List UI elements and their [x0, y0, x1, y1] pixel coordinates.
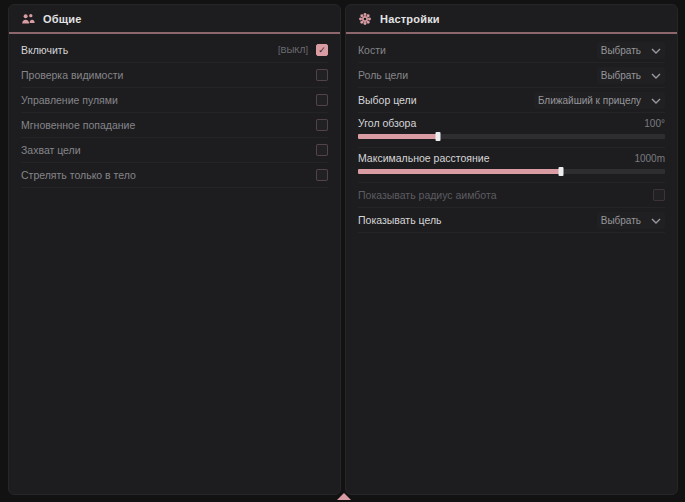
row-label: Стрелять только в тело	[21, 169, 136, 181]
check-icon: ✓	[318, 46, 326, 55]
settings-row: Управление пулями	[21, 88, 328, 113]
settings-row: Проверка видимости	[21, 63, 328, 88]
checkbox[interactable]	[316, 119, 328, 131]
row-label: Кости	[358, 44, 386, 56]
chevron-down-icon	[651, 218, 661, 224]
triangle-up-icon[interactable]	[337, 493, 351, 500]
row-label: Показывать цель	[358, 214, 442, 226]
general-panel: Общие Включить[ВЫКЛ]✓Проверка видимостиУ…	[8, 4, 341, 495]
settings-row: Стрелять только в тело	[21, 163, 328, 188]
settings-row: Мгновенное попадание	[21, 113, 328, 138]
chevron-down-icon	[651, 73, 661, 79]
settings-panel: Настройки КостиВыбратьРоль целиВыбратьВы…	[345, 4, 678, 495]
slider-handle[interactable]	[435, 132, 440, 141]
chevron-down-icon	[651, 48, 661, 54]
settings-row: Включить[ВЫКЛ]✓	[21, 38, 328, 63]
slider-handle[interactable]	[558, 167, 563, 176]
checkbox[interactable]: ✓	[316, 44, 328, 56]
settings-row: Роль целиВыбрать	[358, 63, 665, 88]
row-label: Захват цели	[21, 144, 81, 156]
settings-panel-header: Настройки	[346, 5, 677, 32]
dropdown[interactable]: Выбрать	[597, 67, 665, 84]
general-panel-header: Общие	[9, 5, 340, 32]
settings-row: КостиВыбрать	[358, 38, 665, 63]
users-icon	[21, 12, 35, 26]
row-label: Проверка видимости	[21, 69, 123, 81]
checkbox[interactable]	[316, 169, 328, 181]
settings-row: Выбор целиБлижайший к прицелу	[358, 88, 665, 113]
dropdown[interactable]: Выбрать	[597, 42, 665, 59]
row-label: Мгновенное попадание	[21, 119, 135, 131]
row-label: Показывать радиус аимбота	[358, 189, 497, 201]
dropdown-value: Ближайший к прицелу	[538, 95, 641, 106]
row-label: Управление пулями	[21, 94, 118, 106]
checkbox[interactable]	[653, 189, 665, 201]
row-label: Роль цели	[358, 69, 408, 81]
row-value: 100°	[644, 118, 665, 129]
hotkey-label: [ВЫКЛ]	[278, 45, 308, 55]
row-label: Угол обзора	[358, 117, 416, 129]
general-panel-body: Включить[ВЫКЛ]✓Проверка видимостиУправле…	[9, 34, 340, 188]
settings-row: Максимальное расстояние1000m	[358, 148, 665, 183]
gear-icon	[358, 12, 372, 26]
row-label: Выбор цели	[358, 94, 417, 106]
settings-row: Захват цели	[21, 138, 328, 163]
settings-row: Показывать радиус аимбота	[358, 183, 665, 208]
dropdown[interactable]: Ближайший к прицелу	[534, 92, 665, 109]
slider-fill	[358, 134, 438, 139]
row-value: 1000m	[634, 153, 665, 164]
settings-panel-title: Настройки	[380, 13, 440, 25]
settings-row: Угол обзора100°	[358, 113, 665, 148]
slider-track[interactable]	[358, 169, 665, 174]
settings-row: Показывать цельВыбрать	[358, 208, 665, 233]
row-label: Включить	[21, 44, 68, 56]
dropdown-value: Выбрать	[601, 45, 641, 56]
general-panel-title: Общие	[43, 13, 82, 25]
settings-panel-body: КостиВыбратьРоль целиВыбратьВыбор целиБл…	[346, 34, 677, 233]
dropdown[interactable]: Выбрать	[597, 212, 665, 229]
chevron-down-icon	[651, 98, 661, 104]
row-label: Максимальное расстояние	[358, 152, 489, 164]
slider-fill	[358, 169, 561, 174]
checkbox[interactable]	[316, 69, 328, 81]
dropdown-value: Выбрать	[601, 215, 641, 226]
checkbox[interactable]	[316, 144, 328, 156]
dropdown-value: Выбрать	[601, 70, 641, 81]
checkbox[interactable]	[316, 94, 328, 106]
slider-track[interactable]	[358, 134, 665, 139]
